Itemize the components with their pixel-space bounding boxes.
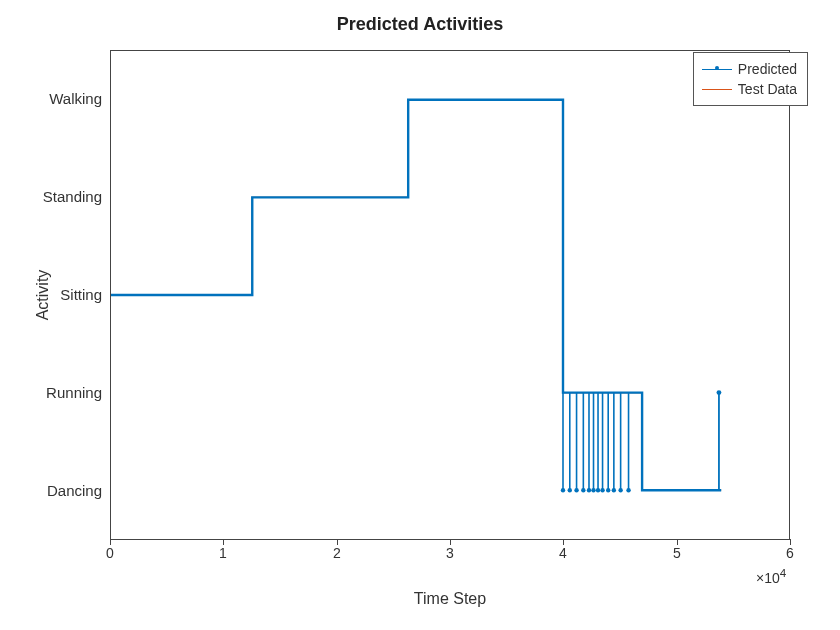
chart-title: Predicted Activities [0, 14, 840, 35]
svg-point-1 [568, 488, 572, 492]
svg-point-3 [581, 488, 585, 492]
x-tick-label: 1 [219, 545, 227, 561]
legend-swatch [702, 82, 732, 96]
x-tick-label: 2 [333, 545, 341, 561]
x-tick [790, 539, 791, 545]
svg-point-5 [591, 488, 595, 492]
y-tick-label: Sitting [32, 286, 102, 303]
x-tick-label: 4 [559, 545, 567, 561]
legend-label: Predicted [738, 61, 797, 77]
svg-point-8 [606, 488, 610, 492]
y-tick-label: Running [32, 384, 102, 401]
legend-entry-predicted: Predicted [702, 59, 797, 79]
svg-point-2 [574, 488, 578, 492]
x-tick-label: 3 [446, 545, 454, 561]
svg-point-12 [717, 390, 722, 395]
x-axis-exponent: ×104 [756, 566, 786, 586]
x-tick-label: 6 [786, 545, 794, 561]
y-tick-label: Standing [32, 188, 102, 205]
chart-figure: Predicted Activities Activity Time Step … [0, 0, 840, 630]
y-tick-label: Dancing [32, 482, 102, 499]
x-tick-label: 5 [673, 545, 681, 561]
svg-point-6 [596, 488, 600, 492]
svg-point-7 [600, 488, 604, 492]
svg-point-0 [561, 488, 565, 492]
legend-label: Test Data [738, 81, 797, 97]
legend-swatch [702, 62, 732, 76]
plot-area [110, 50, 790, 540]
plot-svg [111, 51, 789, 539]
legend-entry-testdata: Test Data [702, 79, 797, 99]
svg-point-4 [587, 488, 591, 492]
svg-point-10 [618, 488, 622, 492]
legend: Predicted Test Data [693, 52, 808, 106]
svg-point-11 [626, 488, 630, 492]
svg-point-9 [612, 488, 616, 492]
y-tick-label: Walking [32, 90, 102, 107]
x-axis-label: Time Step [110, 590, 790, 608]
x-tick-label: 0 [106, 545, 114, 561]
